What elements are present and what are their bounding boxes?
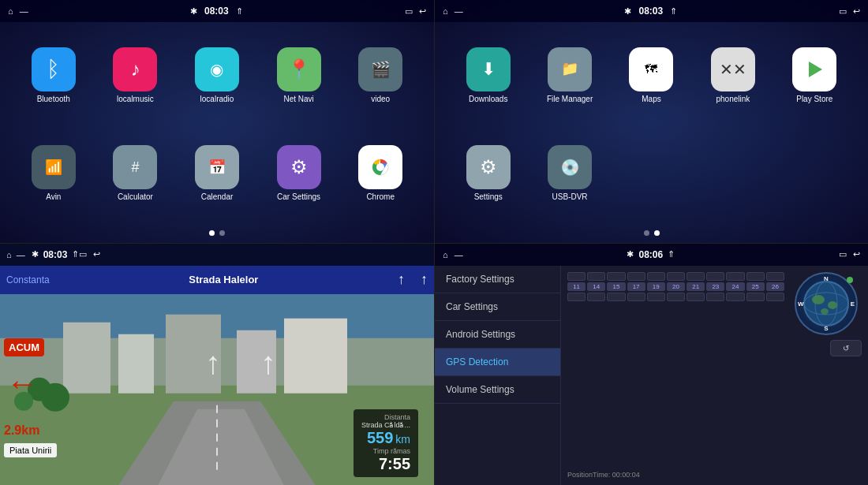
gps-cell: [687, 272, 705, 281]
home-icon[interactable]: ⌂: [8, 6, 13, 16]
status-bar-q1: ⌂ — ✱ 08:03 ⇑ ▭ ↩: [0, 0, 434, 22]
gps-cell-20: 20: [667, 282, 685, 291]
nav-distanta-label: Distanta: [361, 413, 410, 421]
minus-icon-q2[interactable]: —: [455, 6, 463, 16]
app-usbdvr[interactable]: 💿 USB-DVR: [532, 128, 607, 219]
app-carsettings[interactable]: ⚙ Car Settings: [261, 128, 337, 219]
svg-text:↑: ↑: [205, 345, 221, 379]
app-netnavi[interactable]: 📍 Net Navi: [261, 30, 337, 121]
settings-status-center: ✱ 08:06 ⇑: [627, 249, 675, 260]
app-label-localmusic: localmusic: [117, 95, 154, 103]
app-settings[interactable]: ⚙ Settings: [451, 128, 526, 219]
app-label-phonelink: phonelink: [716, 95, 750, 103]
app-localmusic[interactable]: ♪ localmusic: [98, 30, 174, 121]
dot-1-inactive[interactable]: [219, 230, 225, 236]
app-grid-2: ⬇ Downloads 📁 File Manager 🗺: [435, 22, 868, 227]
refresh-button[interactable]: ↺: [830, 340, 862, 356]
gps-cell: [667, 293, 685, 301]
gps-cell: [607, 272, 625, 281]
gps-cell: [766, 272, 784, 281]
svg-point-27: [828, 301, 837, 309]
gps-cell: [647, 272, 665, 281]
nav-back-icon[interactable]: ↩: [93, 249, 100, 259]
gps-cell: [667, 272, 685, 281]
gps-satellite-grid: 11 14 15 17 19 20 21 23 24 25 26: [567, 272, 784, 301]
gps-cell: [706, 293, 724, 301]
app-icon-img-playstore: [792, 47, 836, 91]
dot-1-active[interactable]: [209, 230, 215, 236]
nav-minus-icon[interactable]: —: [17, 250, 25, 259]
app-icon-img-calendar: 📅: [195, 145, 239, 189]
nav-home-icon[interactable]: ⌂: [6, 250, 12, 259]
menu-gps-detection[interactable]: GPS Detection: [435, 349, 560, 376]
dot-2-active[interactable]: [654, 230, 660, 236]
compass-s-label: S: [824, 325, 828, 332]
position-time-label: PositionTime: 00:00:04: [567, 471, 862, 479]
menu-android-settings[interactable]: Android Settings: [435, 321, 560, 349]
svg-text:📁: 📁: [561, 60, 579, 77]
settings-home-icon[interactable]: ⌂: [443, 250, 448, 259]
nav-status-right: ▭ ↩: [79, 244, 100, 266]
app-icon-img-localradio: ◉: [195, 47, 239, 91]
app-avin[interactable]: 📶 Avin: [16, 128, 92, 219]
nav-arrows: ↑ ↑: [398, 271, 428, 288]
menu-car-settings[interactable]: Car Settings: [435, 293, 560, 321]
app-label-avin: Avin: [46, 192, 61, 201]
gps-cell-17: 17: [627, 282, 645, 291]
gps-cell-26: 26: [766, 282, 784, 291]
app-downloads[interactable]: ⬇ Downloads: [451, 30, 526, 121]
nav-timp-label: Timp rămas: [361, 447, 410, 455]
app-label-chrome: Chrome: [366, 192, 395, 201]
app-chrome[interactable]: Chrome: [342, 128, 418, 219]
app-phonelink[interactable]: ✕✕ phonelink: [695, 30, 770, 121]
app-calculator[interactable]: # Calculator: [98, 128, 174, 219]
settings-signal-icon: ⇑: [668, 249, 675, 259]
app-playstore[interactable]: Play Store: [777, 30, 852, 121]
svg-text:🗺: 🗺: [645, 62, 657, 76]
launcher-screen-2: ⌂ — ✱ 08:03 ⇑ ▭ ↩ ⬇ Downloads: [434, 0, 868, 243]
navigation-screen: ↑ ↑ ⌂ — ✱ 08:03 ⇑ ▭ ↩ Constanta Strada H…: [0, 243, 434, 486]
screen-icon: ▭: [405, 6, 413, 17]
app-label-playstore: Play Store: [796, 95, 832, 103]
app-label-settings: Settings: [474, 192, 503, 201]
gps-cell-24: 24: [726, 282, 744, 291]
svg-point-2: [376, 163, 384, 171]
minus-icon[interactable]: —: [20, 6, 28, 16]
settings-screen-icon: ▭: [839, 249, 847, 259]
app-video[interactable]: 🎬 video: [342, 30, 418, 121]
nav-status-center: ✱ 08:03 ⇑: [32, 244, 80, 266]
menu-factory-settings[interactable]: Factory Settings: [435, 266, 560, 293]
status-bar-center: ✱ 08:03 ⇑: [190, 6, 243, 17]
app-icon-img-carsettings: ⚙: [277, 145, 321, 189]
gps-cell-15: 15: [607, 282, 625, 291]
dot-2-inactive[interactable]: [644, 230, 649, 236]
nav-road-name: Strada Cǎldǎ...: [361, 421, 410, 429]
app-label-calculator: Calculator: [118, 192, 153, 201]
app-label-downloads: Downloads: [469, 95, 507, 103]
settings-status-right: ▭ ↩: [839, 249, 860, 259]
app-icon-img-bluetooth: ᛒ: [32, 47, 76, 91]
app-bluetooth[interactable]: ᛒ Bluetooth: [16, 30, 92, 121]
app-icon-img-calculator: #: [113, 145, 157, 189]
gps-cell: [647, 293, 665, 301]
nav-turn-arrow: ←: [6, 366, 38, 401]
gps-cell-23: 23: [706, 282, 724, 291]
bluetooth-icon: ✱: [190, 6, 197, 16]
back-icon[interactable]: ↩: [419, 6, 426, 17]
settings-minus-icon[interactable]: —: [455, 250, 463, 259]
app-calendar[interactable]: 📅 Calendar: [179, 128, 255, 219]
app-filemanager[interactable]: 📁 File Manager: [532, 30, 607, 121]
settings-back-icon[interactable]: ↩: [853, 249, 860, 259]
menu-volume-settings[interactable]: Volume Settings: [435, 376, 560, 404]
back-icon-q2[interactable]: ↩: [853, 6, 860, 17]
app-icon-img-netnavi: 📍: [277, 47, 321, 91]
gps-cell: [706, 272, 724, 281]
settings-body: Factory Settings Car Settings Android Se…: [435, 266, 868, 486]
app-localradio[interactable]: ◉ localradio: [179, 30, 255, 121]
app-maps[interactable]: 🗺 Maps: [614, 30, 689, 121]
home-icon-q2[interactable]: ⌂: [443, 6, 448, 16]
app-grid-1: ᛒ Bluetooth ♪ localmusic ◉ localradio 📍 …: [0, 22, 434, 227]
nav-piata-label: Piata Unirii: [4, 443, 57, 457]
svg-text:↑: ↑: [260, 345, 276, 379]
gps-cell: [726, 293, 744, 301]
